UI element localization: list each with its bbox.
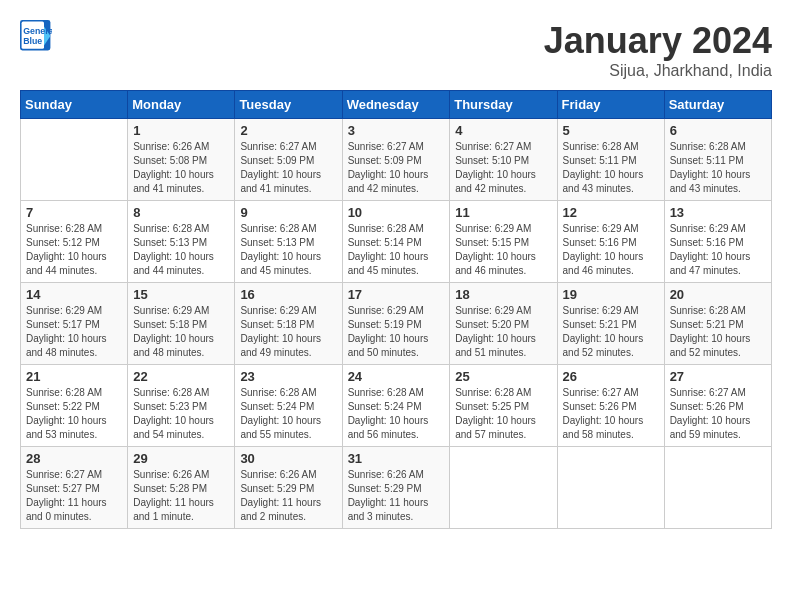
calendar-cell: 9 Sunrise: 6:28 AMSunset: 5:13 PMDayligh… — [235, 201, 342, 283]
calendar-cell: 30 Sunrise: 6:26 AMSunset: 5:29 PMDaylig… — [235, 447, 342, 529]
day-info: Sunrise: 6:29 AMSunset: 5:21 PMDaylight:… — [563, 304, 659, 360]
day-info: Sunrise: 6:29 AMSunset: 5:19 PMDaylight:… — [348, 304, 445, 360]
calendar-cell: 21 Sunrise: 6:28 AMSunset: 5:22 PMDaylig… — [21, 365, 128, 447]
calendar-cell: 25 Sunrise: 6:28 AMSunset: 5:25 PMDaylig… — [450, 365, 557, 447]
svg-text:General: General — [23, 26, 52, 36]
calendar-cell: 29 Sunrise: 6:26 AMSunset: 5:28 PMDaylig… — [128, 447, 235, 529]
day-info: Sunrise: 6:28 AMSunset: 5:22 PMDaylight:… — [26, 386, 122, 442]
day-info: Sunrise: 6:29 AMSunset: 5:16 PMDaylight:… — [670, 222, 766, 278]
calendar-cell: 7 Sunrise: 6:28 AMSunset: 5:12 PMDayligh… — [21, 201, 128, 283]
day-number: 12 — [563, 205, 659, 220]
day-info: Sunrise: 6:28 AMSunset: 5:11 PMDaylight:… — [670, 140, 766, 196]
calendar-cell: 1 Sunrise: 6:26 AMSunset: 5:08 PMDayligh… — [128, 119, 235, 201]
calendar-cell: 23 Sunrise: 6:28 AMSunset: 5:24 PMDaylig… — [235, 365, 342, 447]
day-number: 1 — [133, 123, 229, 138]
calendar-cell: 26 Sunrise: 6:27 AMSunset: 5:26 PMDaylig… — [557, 365, 664, 447]
day-info: Sunrise: 6:26 AMSunset: 5:28 PMDaylight:… — [133, 468, 229, 524]
day-info: Sunrise: 6:26 AMSunset: 5:29 PMDaylight:… — [240, 468, 336, 524]
day-info: Sunrise: 6:26 AMSunset: 5:08 PMDaylight:… — [133, 140, 229, 196]
day-number: 14 — [26, 287, 122, 302]
day-number: 18 — [455, 287, 551, 302]
header-wednesday: Wednesday — [342, 91, 450, 119]
day-info: Sunrise: 6:29 AMSunset: 5:17 PMDaylight:… — [26, 304, 122, 360]
calendar-week-4: 21 Sunrise: 6:28 AMSunset: 5:22 PMDaylig… — [21, 365, 772, 447]
day-info: Sunrise: 6:28 AMSunset: 5:13 PMDaylight:… — [240, 222, 336, 278]
day-number: 2 — [240, 123, 336, 138]
calendar-cell: 4 Sunrise: 6:27 AMSunset: 5:10 PMDayligh… — [450, 119, 557, 201]
day-info: Sunrise: 6:27 AMSunset: 5:09 PMDaylight:… — [348, 140, 445, 196]
calendar-title: January 2024 — [544, 20, 772, 62]
header-saturday: Saturday — [664, 91, 771, 119]
day-number: 19 — [563, 287, 659, 302]
day-number: 8 — [133, 205, 229, 220]
day-number: 28 — [26, 451, 122, 466]
calendar-cell: 24 Sunrise: 6:28 AMSunset: 5:24 PMDaylig… — [342, 365, 450, 447]
day-info: Sunrise: 6:28 AMSunset: 5:21 PMDaylight:… — [670, 304, 766, 360]
day-info: Sunrise: 6:28 AMSunset: 5:24 PMDaylight:… — [240, 386, 336, 442]
day-info: Sunrise: 6:28 AMSunset: 5:14 PMDaylight:… — [348, 222, 445, 278]
calendar-cell: 28 Sunrise: 6:27 AMSunset: 5:27 PMDaylig… — [21, 447, 128, 529]
calendar-cell: 2 Sunrise: 6:27 AMSunset: 5:09 PMDayligh… — [235, 119, 342, 201]
day-number: 3 — [348, 123, 445, 138]
day-info: Sunrise: 6:27 AMSunset: 5:10 PMDaylight:… — [455, 140, 551, 196]
day-number: 21 — [26, 369, 122, 384]
day-number: 15 — [133, 287, 229, 302]
day-number: 5 — [563, 123, 659, 138]
header-sunday: Sunday — [21, 91, 128, 119]
calendar-week-1: 1 Sunrise: 6:26 AMSunset: 5:08 PMDayligh… — [21, 119, 772, 201]
day-number: 22 — [133, 369, 229, 384]
day-number: 9 — [240, 205, 336, 220]
day-number: 25 — [455, 369, 551, 384]
page-header: General Blue January 2024 Sijua, Jharkha… — [20, 20, 772, 80]
day-info: Sunrise: 6:29 AMSunset: 5:18 PMDaylight:… — [240, 304, 336, 360]
day-info: Sunrise: 6:28 AMSunset: 5:24 PMDaylight:… — [348, 386, 445, 442]
calendar-cell: 16 Sunrise: 6:29 AMSunset: 5:18 PMDaylig… — [235, 283, 342, 365]
day-number: 27 — [670, 369, 766, 384]
header-row: Sunday Monday Tuesday Wednesday Thursday… — [21, 91, 772, 119]
calendar-cell: 14 Sunrise: 6:29 AMSunset: 5:17 PMDaylig… — [21, 283, 128, 365]
day-number: 26 — [563, 369, 659, 384]
calendar-week-5: 28 Sunrise: 6:27 AMSunset: 5:27 PMDaylig… — [21, 447, 772, 529]
day-info: Sunrise: 6:29 AMSunset: 5:18 PMDaylight:… — [133, 304, 229, 360]
day-info: Sunrise: 6:28 AMSunset: 5:25 PMDaylight:… — [455, 386, 551, 442]
day-number: 7 — [26, 205, 122, 220]
calendar-cell: 18 Sunrise: 6:29 AMSunset: 5:20 PMDaylig… — [450, 283, 557, 365]
svg-text:Blue: Blue — [23, 36, 42, 46]
day-number: 16 — [240, 287, 336, 302]
day-info: Sunrise: 6:28 AMSunset: 5:12 PMDaylight:… — [26, 222, 122, 278]
header-tuesday: Tuesday — [235, 91, 342, 119]
day-info: Sunrise: 6:27 AMSunset: 5:26 PMDaylight:… — [670, 386, 766, 442]
day-info: Sunrise: 6:26 AMSunset: 5:29 PMDaylight:… — [348, 468, 445, 524]
day-number: 11 — [455, 205, 551, 220]
calendar-cell: 10 Sunrise: 6:28 AMSunset: 5:14 PMDaylig… — [342, 201, 450, 283]
day-number: 6 — [670, 123, 766, 138]
header-friday: Friday — [557, 91, 664, 119]
calendar-week-3: 14 Sunrise: 6:29 AMSunset: 5:17 PMDaylig… — [21, 283, 772, 365]
calendar-cell: 12 Sunrise: 6:29 AMSunset: 5:16 PMDaylig… — [557, 201, 664, 283]
day-number: 10 — [348, 205, 445, 220]
day-number: 4 — [455, 123, 551, 138]
day-info: Sunrise: 6:28 AMSunset: 5:23 PMDaylight:… — [133, 386, 229, 442]
calendar-week-2: 7 Sunrise: 6:28 AMSunset: 5:12 PMDayligh… — [21, 201, 772, 283]
day-number: 29 — [133, 451, 229, 466]
logo-icon: General Blue — [20, 20, 52, 52]
calendar-cell: 11 Sunrise: 6:29 AMSunset: 5:15 PMDaylig… — [450, 201, 557, 283]
calendar-cell — [21, 119, 128, 201]
calendar-cell: 19 Sunrise: 6:29 AMSunset: 5:21 PMDaylig… — [557, 283, 664, 365]
calendar-cell: 15 Sunrise: 6:29 AMSunset: 5:18 PMDaylig… — [128, 283, 235, 365]
header-monday: Monday — [128, 91, 235, 119]
day-number: 17 — [348, 287, 445, 302]
day-info: Sunrise: 6:29 AMSunset: 5:16 PMDaylight:… — [563, 222, 659, 278]
calendar-cell: 22 Sunrise: 6:28 AMSunset: 5:23 PMDaylig… — [128, 365, 235, 447]
day-number: 20 — [670, 287, 766, 302]
day-info: Sunrise: 6:28 AMSunset: 5:11 PMDaylight:… — [563, 140, 659, 196]
header-thursday: Thursday — [450, 91, 557, 119]
calendar-cell: 17 Sunrise: 6:29 AMSunset: 5:19 PMDaylig… — [342, 283, 450, 365]
logo: General Blue — [20, 20, 56, 52]
day-info: Sunrise: 6:28 AMSunset: 5:13 PMDaylight:… — [133, 222, 229, 278]
day-info: Sunrise: 6:27 AMSunset: 5:26 PMDaylight:… — [563, 386, 659, 442]
calendar-cell: 13 Sunrise: 6:29 AMSunset: 5:16 PMDaylig… — [664, 201, 771, 283]
day-info: Sunrise: 6:27 AMSunset: 5:27 PMDaylight:… — [26, 468, 122, 524]
calendar-subtitle: Sijua, Jharkhand, India — [544, 62, 772, 80]
day-info: Sunrise: 6:29 AMSunset: 5:15 PMDaylight:… — [455, 222, 551, 278]
